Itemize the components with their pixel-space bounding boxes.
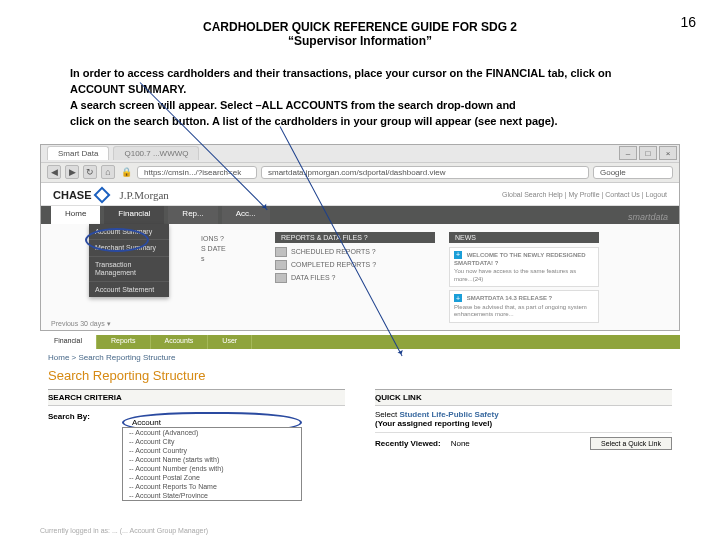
fragment-text: IONS ? — [201, 235, 224, 242]
fragment-text: S DATE — [201, 245, 226, 252]
url-input[interactable]: smartdata.jpmorgan.com/sdportal/dashboar… — [261, 166, 589, 179]
plus-icon: + — [454, 251, 462, 259]
menu-transaction-mgmt[interactable]: Transaction Management — [89, 256, 169, 280]
nav-reload-icon[interactable]: ↻ — [83, 165, 97, 179]
doc-subtitle: “Supervisor Information” — [0, 34, 720, 48]
tab-financial[interactable]: Financial — [40, 335, 97, 349]
browser-tab-inactive[interactable]: Q100.7 ...WWWQ — [113, 146, 199, 160]
news-body: Please be advised that, as part of ongoi… — [454, 304, 587, 318]
fragment-text: s — [201, 255, 205, 262]
window-maximize-icon[interactable]: □ — [639, 146, 657, 160]
search-by-label: Search By: — [48, 412, 116, 421]
data-files-link[interactable]: DATA FILES ? — [291, 274, 335, 281]
news-panel: NEWS + WELCOME TO THE NEWLY REDESIGNED S… — [449, 232, 599, 330]
page-title: Search Reporting Structure — [40, 366, 680, 389]
chase-logo: CHASE — [53, 189, 108, 201]
dropdown-option[interactable]: -- Account Country — [123, 446, 301, 455]
reports-header: REPORTS & DATA FILES ? — [275, 232, 435, 243]
completed-reports-link[interactable]: COMPLETED REPORTS ? — [291, 261, 376, 268]
search-criteria-panel: SEARCH CRITERIA Search By: Account -- Ac… — [48, 389, 345, 507]
dropdown-option[interactable]: -- Account Postal Zone — [123, 473, 301, 482]
report-icon — [275, 273, 287, 283]
report-icon — [275, 260, 287, 270]
instruction-line: ACCOUNT SUMMARY. — [70, 82, 650, 98]
recently-viewed-value: None — [451, 439, 470, 448]
address-bar: ◀ ▶ ↻ ⌂ 🔒 https://cmsin.../?isearch=ek s… — [41, 163, 679, 183]
tab-user[interactable]: User — [208, 335, 252, 349]
tab-reports[interactable]: Rep... — [168, 206, 217, 224]
left-panel-fragment: IONS ? S DATE s — [201, 232, 261, 330]
report-icon — [275, 247, 287, 257]
news-header: NEWS — [449, 232, 599, 243]
quick-link-header: QUICK LINK — [375, 389, 672, 406]
smartdata-brand: smartdata — [628, 212, 668, 222]
search-by-dropdown[interactable]: Account -- Account (Advanced) -- Account… — [122, 412, 302, 501]
previous-30-days[interactable]: Previous 30 days ▾ — [51, 320, 111, 328]
dropdown-option[interactable]: -- Account Number (ends with) — [123, 464, 301, 473]
ql-select-text: Select — [375, 410, 399, 419]
dropdown-option[interactable]: -- Account Reports To Name — [123, 482, 301, 491]
footer-login-info: Currently logged in as: ... (... Account… — [40, 527, 208, 534]
jpmorgan-logo: J.P.Morgan — [120, 189, 169, 201]
instruction-block: In order to access cardholders and their… — [0, 66, 720, 130]
browser-tab-active[interactable]: Smart Data — [47, 146, 109, 160]
nav-forward-icon[interactable]: ▶ — [65, 165, 79, 179]
chase-logo-text: CHASE — [53, 189, 92, 201]
tab-accounts[interactable]: Accounts — [151, 335, 209, 349]
search-criteria-header: SEARCH CRITERIA — [48, 389, 345, 406]
browser-search-input[interactable]: Google — [593, 166, 673, 179]
dropdown-option[interactable]: -- Account City — [123, 437, 301, 446]
nav-back-icon[interactable]: ◀ — [47, 165, 61, 179]
doc-title: CARDHOLDER QUICK REFERENCE GUIDE FOR SDG… — [0, 20, 720, 34]
quick-link-panel: QUICK LINK Select Student Life-Public Sa… — [375, 389, 672, 507]
tab-reports[interactable]: Reports — [97, 335, 151, 349]
select-quick-link-button[interactable]: Select a Quick Link — [590, 437, 672, 450]
plus-icon: + — [454, 294, 462, 302]
header-links[interactable]: Global Search Help | My Profile | Contac… — [502, 191, 667, 198]
tab-home[interactable]: Home — [51, 206, 100, 224]
menu-account-statement[interactable]: Account Statement — [89, 281, 169, 298]
lower-nav: Financial Reports Accounts User — [40, 335, 680, 349]
browser-tab-bar: Smart Data Q100.7 ...WWWQ – □ × — [41, 145, 679, 163]
instruction-line: In order to access cardholders and their… — [70, 66, 650, 82]
reports-panel: REPORTS & DATA FILES ? SCHEDULED REPORTS… — [275, 232, 435, 330]
instruction-line: click on the search button. A list of th… — [70, 114, 650, 130]
news-title: SMARTDATA 14.3 RELEASE ? — [467, 296, 553, 302]
chase-octagon-icon — [93, 186, 110, 203]
dropdown-option[interactable]: -- Account State/Province — [123, 491, 301, 500]
site-header: CHASE J.P.Morgan Global Search Help | My… — [41, 183, 679, 206]
news-item[interactable]: + SMARTDATA 14.3 RELEASE ? Please be adv… — [449, 290, 599, 323]
breadcrumb[interactable]: Home > Search Reporting Structure — [40, 349, 680, 366]
tab-financial[interactable]: Financial — [104, 206, 164, 224]
browser-window-top: Smart Data Q100.7 ...WWWQ – □ × ◀ ▶ ↻ ⌂ … — [40, 144, 680, 331]
url-left[interactable]: https://cmsin.../?isearch=ek — [137, 166, 257, 179]
annotation-circle-account-summary — [85, 228, 149, 252]
window-close-icon[interactable]: × — [659, 146, 677, 160]
nav-home-icon[interactable]: ⌂ — [101, 165, 115, 179]
scheduled-reports-link[interactable]: SCHEDULED REPORTS ? — [291, 248, 376, 255]
dropdown-option[interactable]: -- Account Name (starts with) — [123, 455, 301, 464]
recently-viewed-label: Recently Viewed: — [375, 439, 441, 448]
lock-icon: 🔒 — [119, 165, 133, 179]
page-number: 16 — [680, 14, 696, 30]
news-title: WELCOME TO THE NEWLY REDESIGNED SMARTDAT… — [454, 252, 586, 266]
main-nav: Home Financial Rep... Acc... — [41, 206, 679, 224]
dropdown-option[interactable]: -- Account (Advanced) — [123, 428, 301, 437]
browser-window-bottom: Financial Reports Accounts User Home > S… — [40, 335, 680, 507]
news-body: You now have access to the same features… — [454, 268, 576, 282]
ql-link[interactable]: Student Life-Public Safety — [399, 410, 498, 419]
ql-sub-label: (Your assigned reporting level) — [375, 419, 672, 428]
window-minimize-icon[interactable]: – — [619, 146, 637, 160]
dropdown-options: -- Account (Advanced) -- Account City --… — [122, 427, 302, 501]
news-item[interactable]: + WELCOME TO THE NEWLY REDESIGNED SMARTD… — [449, 247, 599, 288]
